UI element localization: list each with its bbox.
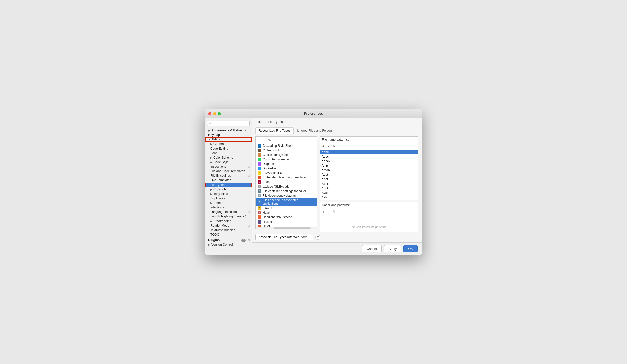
sidebar-item-copyright[interactable]: ▶ Copyright (205, 187, 252, 192)
plugins-badge: 3 (241, 239, 246, 242)
maximize-button[interactable] (218, 112, 221, 115)
sidebar-item-file-encodings[interactable]: File Encodings ⊡ (205, 173, 252, 178)
sidebar-item-general[interactable]: ▶ General (205, 142, 252, 146)
list-item[interactable]: E Erlang (256, 180, 317, 184)
sidebar-item-label: Code Style (213, 160, 229, 164)
sidebar-item-proofreading[interactable]: ▶ Proofreading (205, 219, 252, 223)
sidebar-item-font[interactable]: Font (205, 151, 252, 155)
tabs: Recognized File Types Ignored Files and … (252, 126, 422, 134)
sidebar-item-version-control[interactable]: ▶ Version Control (205, 242, 252, 247)
edit-file-type-button[interactable]: ✎ (267, 137, 272, 142)
hashbang-toolbar: + − ✎ (320, 208, 418, 215)
sidebar-item-language-injections[interactable]: Language Injections ⊡ (205, 210, 252, 214)
list-item[interactable]: X exclude (GitExclude) (256, 184, 317, 189)
sidebar-item-textmate-bundles[interactable]: TextMate Bundles (205, 228, 252, 232)
haskell-icon: H (258, 220, 261, 224)
apply-button[interactable]: Apply (384, 245, 402, 252)
sidebar-item-live-templates[interactable]: Live Templates (205, 178, 252, 183)
pattern-list: *.chm *.doc *.docx *.hlp *.mdb *.odt *.p… (320, 150, 418, 200)
sidebar-item-code-editing[interactable]: Code Editing (205, 146, 252, 151)
file-type-label: Cookie storage file (263, 153, 288, 157)
file-type-label: Handlebars/Mustache (263, 215, 292, 219)
sidebar-item-file-code-templates[interactable]: File and Code Templates (205, 169, 252, 173)
sidebar-item-file-types[interactable]: File Types (205, 183, 252, 187)
tab-recognized-file-types[interactable]: Recognized File Types (255, 127, 294, 134)
sidebar-item-label: General (213, 142, 224, 146)
close-button[interactable] (208, 112, 211, 115)
list-item[interactable]: H HTML (256, 224, 317, 227)
list-item[interactable]: F File containing settings for editor (256, 189, 317, 193)
pattern-item-doc[interactable]: *.doc (320, 154, 418, 159)
tab-ignored-files-and-folders[interactable]: Ignored Files and Folders (294, 127, 336, 134)
apps-icon: A (258, 200, 261, 204)
list-item[interactable]: C CoffeeScript (256, 148, 317, 153)
add-pattern-button[interactable]: + (321, 144, 325, 149)
breadcrumb-separator: › (265, 120, 266, 124)
search-input[interactable] (212, 122, 248, 125)
list-item[interactable]: J ECMAScript 6 (256, 171, 317, 175)
sidebar-item-reader-mode[interactable]: Reader Mode ⊡ (205, 223, 252, 228)
cucumber-icon: C (258, 158, 261, 161)
add-hashbang-button[interactable]: + (321, 209, 325, 214)
sidebar-item-label: TODO (210, 233, 219, 236)
pattern-item-pptx[interactable]: *.pptx (320, 186, 418, 191)
pattern-item-chm[interactable]: *.chm (320, 150, 418, 154)
sidebar-item-todo[interactable]: TODO (205, 232, 252, 237)
list-item[interactable]: D Dockerfile (256, 166, 317, 171)
list-item[interactable]: H Handlebars/Mustache (256, 215, 317, 220)
sidebar-item-log-highlighting[interactable]: Log Highlighting (Ideolog) (205, 214, 252, 219)
pattern-item-odt[interactable]: *.odt (320, 172, 418, 177)
list-item[interactable]: C Cucumber scenario (256, 157, 317, 162)
patterns-toolbar: + − ✎ (320, 143, 418, 150)
list-item[interactable]: D Diagram (256, 162, 317, 166)
sidebar-item-editor[interactable]: ▼ Editor (205, 137, 252, 142)
sidebar-item-intentions[interactable]: Intentions (205, 205, 252, 210)
edit-hashbang-button[interactable]: ✎ (331, 209, 336, 214)
cancel-button[interactable]: Cancel (362, 245, 381, 252)
pattern-item-hlp[interactable]: *.hlp (320, 163, 418, 168)
file-settings-icon: F (258, 189, 261, 193)
sidebar-item-keymap[interactable]: Keymap (205, 133, 252, 137)
chevron-right-icon: ▶ (210, 202, 212, 204)
sidebar-item-label: Intentions (210, 206, 224, 209)
cookie-icon: C (258, 153, 261, 157)
sidebar-item-code-style[interactable]: ▶ Code Style (205, 160, 252, 164)
pattern-item-mdb[interactable]: *.mdb (320, 168, 418, 172)
remove-file-type-button[interactable]: − (262, 137, 266, 142)
list-item[interactable]: C Cascading Style Sheet (256, 143, 317, 148)
file-type-label: exclude (GitExclude) (263, 185, 291, 188)
list-item[interactable]: C Cookie storage file (256, 153, 317, 157)
chevron-right-icon: ▶ (208, 243, 210, 246)
file-type-list: C Cascading Style Sheet C CoffeeScript C… (256, 143, 317, 227)
list-item[interactable]: H Haskell (256, 220, 317, 224)
search-box[interactable]: ⌕ (207, 121, 250, 126)
sidebar-item-duplicates[interactable]: Duplicates (205, 196, 252, 201)
sidebar-item-plugins[interactable]: Plugins 3 ⊡ (205, 238, 252, 242)
sidebar-item-inlay-hints[interactable]: ▶ Inlay Hints (205, 192, 252, 196)
pattern-item-xls[interactable]: *.xls (320, 195, 418, 200)
list-item[interactable]: H Haml (256, 210, 317, 215)
sidebar-item-appearance[interactable]: ▶ Appearance & Behavior (205, 128, 252, 133)
main-content: ⌕ ▶ Appearance & Behavior Keymap ▼ Edito… (205, 118, 422, 255)
associate-file-types-button[interactable]: Associate File Types with WebStorm... (255, 234, 313, 240)
pattern-item-vsd[interactable]: *.vsd (320, 191, 418, 195)
minimize-button[interactable] (213, 112, 216, 115)
pattern-item-docx[interactable]: *.docx (320, 159, 418, 163)
pattern-item-ppt[interactable]: *.ppt (320, 181, 418, 186)
add-file-type-button[interactable]: + (257, 137, 261, 142)
remove-hashbang-button[interactable]: − (326, 209, 330, 214)
chevron-right-icon: ▶ (210, 156, 212, 159)
pattern-item-pdf[interactable]: *.pdf (320, 177, 418, 181)
list-item[interactable]: F File dependency diagram (256, 193, 317, 198)
sidebar-item-inspections[interactable]: Inspections ⊡ (205, 164, 252, 169)
sidebar-item-label: Editor (212, 138, 221, 141)
ok-button[interactable]: OK (403, 245, 418, 252)
list-item-selected[interactable]: A Files opened in associated application… (256, 198, 317, 206)
list-item[interactable]: H Embedded JavaScript Templates (256, 175, 317, 180)
remove-pattern-button[interactable]: − (326, 144, 330, 149)
list-item[interactable]: F Flow JS (256, 206, 317, 210)
sidebar-item-emmet[interactable]: ▶ Emmet (205, 201, 252, 205)
sidebar-item-color-scheme[interactable]: ▶ Color Scheme (205, 155, 252, 160)
edit-pattern-button[interactable]: ✎ (331, 144, 336, 149)
help-button[interactable]: ? (315, 235, 320, 240)
